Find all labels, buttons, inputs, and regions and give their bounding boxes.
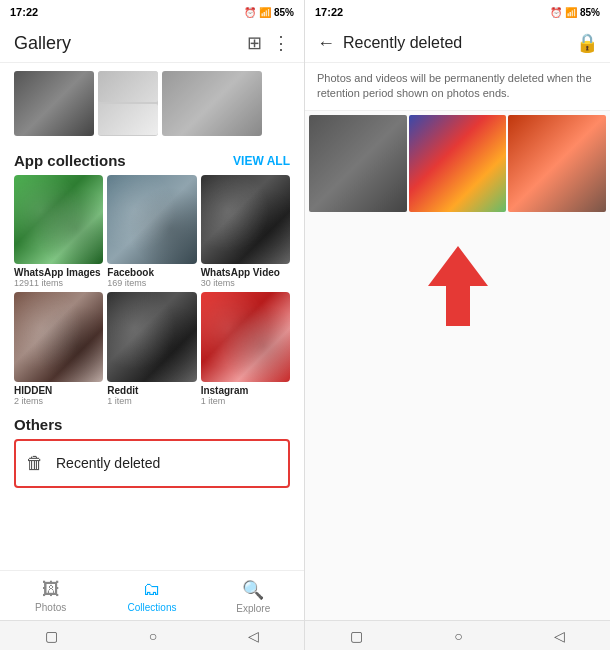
bottom-nav: 🖼 Photos 🗂 Collections 🔍 Explore <box>0 570 304 620</box>
collection-label-0: WhatsApp Images <box>14 267 103 278</box>
collection-count-4: 1 item <box>107 396 196 406</box>
nav-photos-label: Photos <box>35 602 66 613</box>
app-collections-header: App collections VIEW ALL <box>0 144 304 175</box>
svg-marker-0 <box>428 246 488 326</box>
collection-whatsapp-video[interactable]: WhatsApp Video 30 items <box>201 175 290 288</box>
photos-nav-icon: 🖼 <box>42 579 60 600</box>
collection-thumb-hidden <box>14 292 103 381</box>
sys-nav-right: ▢ ○ ◁ <box>305 620 610 650</box>
collection-instagram[interactable]: Instagram 1 item <box>201 292 290 405</box>
trash-icon: 🗑 <box>26 453 44 474</box>
collection-label-3: HIDDEN <box>14 385 103 396</box>
nav-explore-label: Explore <box>236 603 270 614</box>
collection-hidden[interactable]: HIDDEN 2 items <box>14 292 103 405</box>
right-header-left: ← Recently deleted <box>317 33 462 54</box>
collection-label-5: Instagram <box>201 385 290 396</box>
gallery-sub-thumb-1 <box>98 71 158 102</box>
nav-explore[interactable]: 🔍 Explore <box>203 571 304 620</box>
time-left: 17:22 <box>10 6 38 18</box>
left-content: App collections VIEW ALL WhatsApp Images… <box>0 63 304 570</box>
overlay-6 <box>201 292 290 381</box>
collection-count-2: 30 items <box>201 278 290 288</box>
back-arrow-icon[interactable]: ← <box>317 33 335 54</box>
collection-count-0: 12911 items <box>14 278 103 288</box>
collection-whatsapp-images[interactable]: WhatsApp Images 12911 items <box>14 175 103 288</box>
app-collections-title: App collections <box>14 152 126 169</box>
others-title: Others <box>14 416 290 433</box>
gallery-thumb-2 <box>98 71 158 136</box>
collections-grid: WhatsApp Images 12911 items Facebook 169… <box>0 175 304 406</box>
sys-nav-left: ▢ ○ ◁ <box>0 620 304 650</box>
deleted-photo-2[interactable] <box>409 115 507 213</box>
battery-left: 85% <box>274 7 294 18</box>
overlay-2 <box>107 175 196 264</box>
collection-reddit[interactable]: Reddit 1 item <box>107 292 196 405</box>
collection-thumb-whatsapp-images <box>14 175 103 264</box>
square-btn-right[interactable]: ▢ <box>350 628 363 644</box>
collection-facebook[interactable]: Facebook 169 items <box>107 175 196 288</box>
gallery-thumb-1 <box>14 71 94 136</box>
more-options-icon[interactable]: ⋮ <box>272 32 290 54</box>
recently-deleted-row[interactable]: 🗑 Recently deleted <box>14 439 290 488</box>
overlay-5 <box>107 292 196 381</box>
right-panel-title: Recently deleted <box>343 34 462 52</box>
signal-icon-right: 📶 <box>565 7 577 18</box>
back-btn-right[interactable]: ◁ <box>554 628 565 644</box>
square-btn-left[interactable]: ▢ <box>45 628 58 644</box>
gallery-sub-thumb-2 <box>98 104 158 135</box>
collection-label-1: Facebook <box>107 267 196 278</box>
view-all-button[interactable]: VIEW ALL <box>233 154 290 168</box>
collection-count-1: 169 items <box>107 278 196 288</box>
explore-nav-icon: 🔍 <box>242 579 264 601</box>
header-action-icons: ⊞ ⋮ <box>247 32 290 54</box>
recently-deleted-grid <box>305 111 610 217</box>
circle-btn-left[interactable]: ○ <box>149 628 157 644</box>
collection-thumb-whatsapp-video <box>201 175 290 264</box>
gallery-thumbs <box>0 63 304 144</box>
signal-icon: 📶 <box>259 7 271 18</box>
right-panel: 17:22 ⏰ 📶 85% ← Recently deleted 🔒 Photo… <box>305 0 610 650</box>
nav-collections-label: Collections <box>128 602 177 613</box>
collection-count-3: 2 items <box>14 396 103 406</box>
overlay-1 <box>14 175 103 264</box>
time-right: 17:22 <box>315 6 343 18</box>
gallery-title: Gallery <box>14 33 71 54</box>
collections-nav-icon: 🗂 <box>143 579 161 600</box>
overlay-3 <box>201 175 290 264</box>
info-text: Photos and videos will be permanently de… <box>305 63 610 111</box>
collection-count-5: 1 item <box>201 396 290 406</box>
status-bar-left: 17:22 ⏰ 📶 85% <box>0 0 304 24</box>
status-icons-right: ⏰ 📶 85% <box>550 7 600 18</box>
overlay-4 <box>14 292 103 381</box>
nav-photos[interactable]: 🖼 Photos <box>0 571 101 620</box>
up-arrow-indicator <box>428 246 488 330</box>
lock-icon[interactable]: 🔒 <box>576 32 598 54</box>
collection-thumb-reddit <box>107 292 196 381</box>
left-panel: 17:22 ⏰ 📶 85% Gallery ⊞ ⋮ App collection… <box>0 0 305 650</box>
add-folder-icon[interactable]: ⊞ <box>247 32 262 54</box>
gallery-header: Gallery ⊞ ⋮ <box>0 24 304 63</box>
back-btn-left[interactable]: ◁ <box>248 628 259 644</box>
right-header: ← Recently deleted 🔒 <box>305 24 610 63</box>
status-bar-right: 17:22 ⏰ 📶 85% <box>305 0 610 24</box>
collection-thumb-facebook <box>107 175 196 264</box>
deleted-photo-3[interactable] <box>508 115 606 213</box>
collection-label-4: Reddit <box>107 385 196 396</box>
deleted-photo-1[interactable] <box>309 115 407 213</box>
nav-collections[interactable]: 🗂 Collections <box>101 571 202 620</box>
collection-label-2: WhatsApp Video <box>201 267 290 278</box>
alarm-icon: ⏰ <box>244 7 256 18</box>
recently-deleted-label: Recently deleted <box>56 455 160 471</box>
circle-btn-right[interactable]: ○ <box>454 628 462 644</box>
gallery-thumb-3 <box>162 71 262 136</box>
others-section: Others 🗑 Recently deleted <box>0 406 304 492</box>
arrow-container <box>305 216 610 350</box>
alarm-icon-right: ⏰ <box>550 7 562 18</box>
battery-right: 85% <box>580 7 600 18</box>
status-icons-left: ⏰ 📶 85% <box>244 7 294 18</box>
collection-thumb-instagram <box>201 292 290 381</box>
